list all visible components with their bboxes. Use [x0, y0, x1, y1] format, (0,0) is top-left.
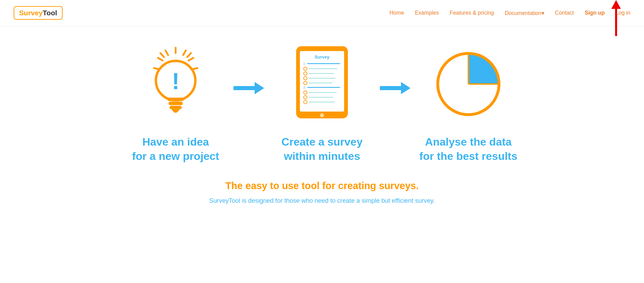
nav-examples[interactable]: Examples	[415, 10, 439, 16]
arrow-1	[234, 82, 264, 121]
step-survey: Survey 1. 2.	[264, 40, 380, 163]
tablet-icon: Survey 1. 2.	[293, 40, 351, 128]
svg-rect-14	[170, 106, 182, 109]
logo-part2: Tool	[43, 9, 57, 17]
svg-text:!: !	[172, 68, 180, 94]
logo[interactable]: SurveyTool	[14, 6, 63, 20]
svg-text:2.: 2.	[303, 86, 306, 89]
blue-arrow-icon-2	[380, 82, 410, 94]
tagline-sub: SurveyTool is designed for those who nee…	[7, 197, 637, 204]
nav-contact[interactable]: Contact	[555, 10, 574, 16]
piechart-icon	[431, 40, 506, 128]
main-content: ! Have an ideafor a new project	[0, 26, 644, 221]
svg-rect-13	[168, 102, 183, 105]
tagline-section: The easy to use tool for creating survey…	[7, 180, 637, 215]
arrow-shaft	[615, 9, 617, 36]
arrow-head	[611, 0, 621, 9]
svg-line-8	[160, 53, 164, 57]
svg-line-5	[158, 58, 163, 61]
arrow-2	[380, 82, 410, 121]
nav-features[interactable]: Features & pricing	[450, 10, 494, 16]
header: SurveyTool Home Examples Features & pric…	[0, 0, 644, 26]
svg-line-1	[183, 50, 186, 55]
signup-arrow	[611, 0, 621, 36]
main-nav: Home Examples Features & pricing Documen…	[389, 10, 630, 16]
tagline-main: The easy to use tool for creating survey…	[7, 180, 637, 192]
svg-rect-16	[300, 51, 344, 112]
lightbulb-icon: !	[142, 40, 210, 128]
nav-documentation[interactable]: Documentation▾	[505, 10, 544, 16]
svg-line-4	[165, 50, 168, 55]
step-idea-label: Have an ideafor a new project	[132, 135, 219, 163]
nav-signup[interactable]: Sign up	[585, 10, 605, 16]
svg-line-7	[187, 53, 191, 57]
svg-rect-12	[167, 98, 184, 101]
logo-part1: Survey	[19, 9, 43, 17]
step-analyse-label: Analyse the datafor the best results	[419, 135, 517, 163]
svg-text:Survey: Survey	[315, 54, 329, 60]
svg-text:1.: 1.	[303, 62, 306, 65]
steps-row: ! Have an ideafor a new project	[84, 40, 560, 163]
nav-home[interactable]: Home	[389, 10, 404, 16]
step-survey-label: Create a surveywithin minutes	[281, 135, 363, 163]
step-idea: ! Have an ideafor a new project	[118, 40, 234, 163]
blue-arrow-icon-1	[234, 82, 264, 94]
svg-point-17	[320, 113, 324, 117]
svg-line-2	[189, 58, 193, 61]
step-analyse: Analyse the datafor the best results	[410, 40, 526, 163]
